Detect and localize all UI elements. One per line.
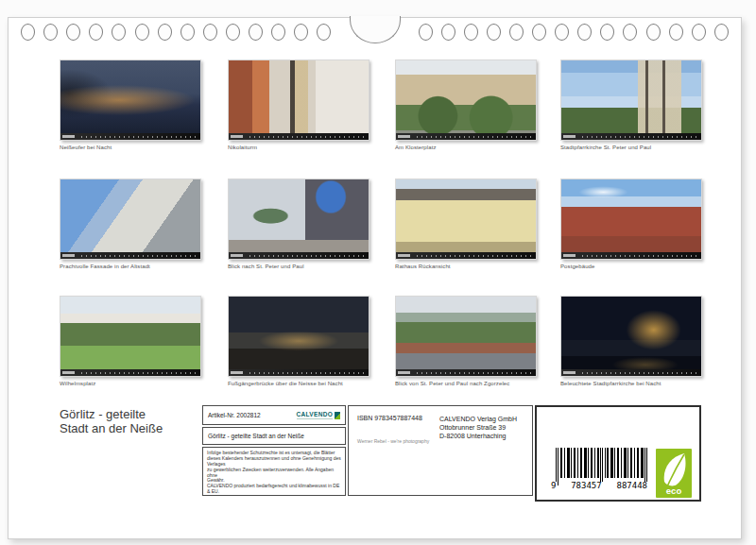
barcode-bars [556, 448, 648, 485]
binding-hole [555, 24, 569, 41]
photo-neisseufer-bei-nacht [60, 60, 201, 141]
barcode-digit-lead: 9 [550, 482, 557, 490]
thumbnail-caption: Neißeufer bei Nacht [60, 145, 201, 150]
calendar-page-thumbnail: Neißeufer bei Nacht [60, 60, 201, 150]
publisher-street: Ottobrunner Straße 39 [439, 423, 517, 432]
binding-hole [714, 24, 729, 41]
calendar-title: Görlitz - geteilte Stadt an der Neiße [60, 407, 163, 436]
thumbnail-caption: Wilhelmsplatz [60, 381, 201, 386]
ean-barcode: 9 783457 887448 [556, 448, 654, 490]
binding-hole [464, 24, 478, 41]
article-info-box: Artikel-Nr. 2002812 CALVENDO Görlitz - g… [202, 405, 346, 496]
calendar-title-row: Görlitz - geteilte Stadt an der Neiße [202, 427, 346, 445]
date-strip [229, 133, 369, 140]
date-strip [60, 133, 200, 140]
photo-blick-nach-zgorzelec [395, 296, 537, 377]
binding-hole [180, 24, 195, 41]
binding-hole [89, 24, 103, 41]
article-number-row: Artikel-Nr. 2002812 CALVENDO [202, 405, 346, 425]
barcode-box: 9 783457 887448 eco [535, 405, 701, 502]
thumbnail-caption: Postgebäude [560, 264, 702, 269]
binding-hole [249, 24, 263, 41]
calvendo-logo-icon [335, 412, 340, 419]
binding-hole [419, 24, 433, 41]
calendar-title-line1: Görlitz - geteilte [60, 407, 163, 421]
calvendo-wordmark: CALVENDO [297, 411, 333, 419]
binding-hole [509, 24, 524, 41]
photo-postgebaeude [560, 179, 702, 260]
thumbnail-caption: Am Klosterplatz [395, 145, 537, 150]
binding-hole [623, 24, 637, 41]
thumbnail-caption: Fußgängerbrücke über die Neisse bei Nach… [228, 381, 369, 386]
photo-am-klosterplatz [395, 60, 537, 141]
date-strip [561, 369, 701, 376]
thumbnail-caption: Rathaus Rückansicht [395, 264, 537, 269]
publisher-address: CALVENDO Verlag GmbH Ottobrunner Straße … [439, 415, 517, 440]
legal-text: Infolge bestehender Schutzrechte ist es … [202, 447, 346, 496]
binding-hole [21, 24, 35, 41]
barcode-digits-group2: 887448 [615, 482, 648, 490]
date-strip [561, 133, 701, 140]
calendar-page-thumbnail: Fußgängerbrücke über die Neisse bei Nach… [228, 296, 369, 386]
binding-hole [43, 24, 58, 41]
binding-hole [317, 24, 331, 41]
binding-hole [532, 24, 546, 41]
eco-label: eco [666, 485, 682, 496]
binding-hole [112, 24, 126, 41]
calendar-title-small: Görlitz - geteilte Stadt an der Neiße [208, 433, 304, 439]
binding-hole [294, 24, 308, 41]
photo-rathaus-rueckansicht [395, 179, 537, 260]
date-strip [561, 252, 701, 259]
binding-hole [669, 24, 683, 41]
binding-hole [441, 24, 455, 41]
calendar-back-page: Neißeufer bei Nacht Nikolaiturm Am Klost… [8, 17, 742, 539]
date-strip [396, 252, 536, 259]
photo-stadtpfarrkirche [560, 60, 702, 141]
photo-blick-st-peter-paul [228, 179, 369, 260]
binding-hole [577, 24, 592, 41]
date-strip [229, 252, 369, 259]
binding-hole [271, 24, 285, 41]
calendar-page-thumbnail: Stadtpfarrkirche St. Peter und Paul [560, 60, 702, 150]
photo-wilhelmsplatz [60, 296, 201, 377]
photographer-credit: Werner Rebel - we're photography [357, 438, 429, 444]
binding-hole [600, 24, 614, 41]
calendar-page-thumbnail: Postgebäude [560, 179, 702, 269]
calendar-page-thumbnail: Rathaus Rückansicht [395, 179, 537, 269]
photo-kirche-bei-nacht [560, 296, 702, 377]
binding-hole [646, 24, 661, 41]
calendar-page-thumbnail: Beleuchtete Stadtpfarrkirche bei Nacht [560, 296, 702, 386]
calendar-page-thumbnail: Nikolaiturm [228, 60, 369, 150]
calendar-page-thumbnail: Am Klosterplatz [395, 60, 537, 150]
eco-logo: eco [656, 449, 692, 498]
calendar-page-thumbnail: Blick von St. Peter und Paul nach Zgorze… [395, 296, 537, 386]
binding-hole [226, 24, 240, 41]
calendar-page-thumbnail: Prachtvolle Fassade in der Altstadt [60, 179, 201, 269]
publisher-box: ISBN 9783457887448 CALVENDO Verlag GmbH … [348, 405, 533, 496]
publisher-name: CALVENDO Verlag GmbH [439, 415, 517, 423]
date-strip [396, 133, 536, 140]
date-strip [396, 369, 536, 376]
calendar-title-line2: Stadt an der Neiße [60, 421, 163, 435]
barcode-digits-group1: 783457 [570, 482, 603, 490]
isbn-text: ISBN 9783457887448 [357, 415, 422, 421]
thumbnail-caption: Nikolaiturm [228, 145, 369, 150]
thumbnail-caption: Prachtvolle Fassade in der Altstadt [60, 264, 201, 269]
binding-hole [692, 24, 706, 41]
binding-hole [487, 24, 501, 41]
thumbnail-caption: Blick nach St. Peter und Paul [228, 264, 369, 269]
binding-hole [158, 24, 172, 41]
photo-nikolaiturm [228, 60, 369, 141]
date-strip [60, 252, 200, 259]
binding-hole [66, 24, 80, 41]
binding-holes-right [419, 24, 730, 41]
binding-hole [135, 24, 149, 41]
binding-holes-left [21, 24, 332, 41]
calendar-page-thumbnail: Wilhelmsplatz [60, 296, 201, 386]
thumbnail-caption: Beleuchtete Stadtpfarrkirche bei Nacht [560, 381, 702, 386]
article-number: Artikel-Nr. 2002812 [208, 412, 261, 418]
date-strip [229, 369, 369, 376]
binding-hole [203, 24, 217, 41]
thumbnail-caption: Blick von St. Peter und Paul nach Zgorze… [395, 381, 537, 386]
thumbnail-caption: Stadtpfarrkirche St. Peter und Paul [560, 145, 702, 150]
